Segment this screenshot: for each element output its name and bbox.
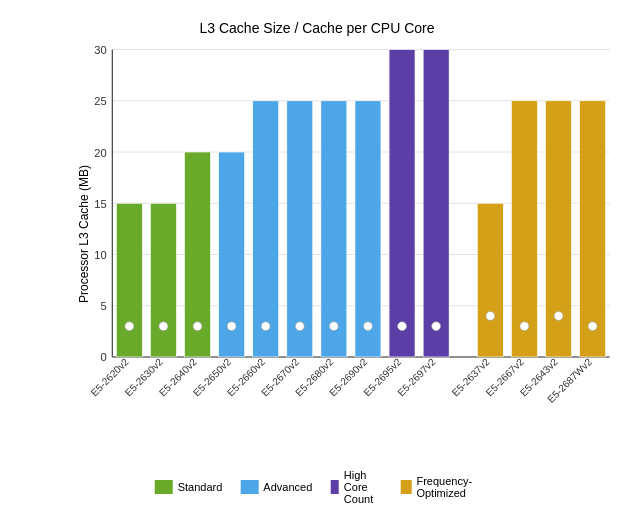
svg-rect-31 xyxy=(287,101,313,357)
svg-point-32 xyxy=(295,322,304,331)
svg-point-26 xyxy=(227,322,236,331)
svg-point-17 xyxy=(125,322,134,331)
svg-text:5: 5 xyxy=(100,300,106,312)
svg-rect-43 xyxy=(423,50,449,357)
svg-point-56 xyxy=(588,322,597,331)
svg-rect-40 xyxy=(389,50,415,357)
chart-container: L3 Cache Size / Cache per CPU Core Proce… xyxy=(0,0,634,510)
svg-rect-55 xyxy=(580,101,606,357)
svg-rect-49 xyxy=(511,101,537,357)
svg-point-38 xyxy=(363,322,372,331)
chart-title: L3 Cache Size / Cache per CPU Core xyxy=(10,20,624,36)
svg-text:0: 0 xyxy=(100,351,106,363)
legend-item-advanced: Advanced xyxy=(240,480,312,494)
svg-text:30: 30 xyxy=(94,44,106,56)
svg-rect-46 xyxy=(477,203,503,357)
svg-point-53 xyxy=(554,311,563,320)
legend-color-advanced xyxy=(240,480,258,494)
svg-point-35 xyxy=(329,322,338,331)
svg-point-41 xyxy=(398,322,407,331)
legend-color-standard xyxy=(155,480,173,494)
legend-label-highcore: High Core Count xyxy=(344,469,383,505)
svg-rect-34 xyxy=(321,101,347,357)
legend-color-freqopt xyxy=(401,480,412,494)
legend-color-highcore xyxy=(330,480,339,494)
legend-label-advanced: Advanced xyxy=(263,481,312,493)
svg-point-29 xyxy=(261,322,270,331)
legend-item-highcore: High Core Count xyxy=(330,469,382,505)
legend-item-freqopt: Frequency-Optimized xyxy=(401,475,480,499)
svg-rect-19 xyxy=(150,203,176,357)
svg-text:20: 20 xyxy=(94,147,106,159)
svg-text:25: 25 xyxy=(94,95,106,107)
legend-label-freqopt: Frequency-Optimized xyxy=(416,475,479,499)
svg-point-50 xyxy=(520,322,529,331)
svg-rect-16 xyxy=(116,203,142,357)
legend-item-standard: Standard xyxy=(155,480,223,494)
svg-point-44 xyxy=(432,322,441,331)
svg-point-23 xyxy=(193,322,202,331)
y-axis-label: Processor L3 Cache (MB) xyxy=(77,165,91,303)
svg-point-47 xyxy=(486,311,495,320)
chart-svg: 051015202530E5-2620v2E5-2630v2E5-2640v2E… xyxy=(70,44,624,424)
legend-label-standard: Standard xyxy=(178,481,223,493)
svg-rect-37 xyxy=(355,101,381,357)
legend: Standard Advanced High Core Count Freque… xyxy=(155,469,480,505)
svg-text:10: 10 xyxy=(94,249,106,261)
chart-area: Processor L3 Cache (MB) 051015202530E5-2… xyxy=(70,44,624,424)
svg-point-20 xyxy=(159,322,168,331)
svg-rect-28 xyxy=(253,101,279,357)
svg-text:15: 15 xyxy=(94,198,106,210)
